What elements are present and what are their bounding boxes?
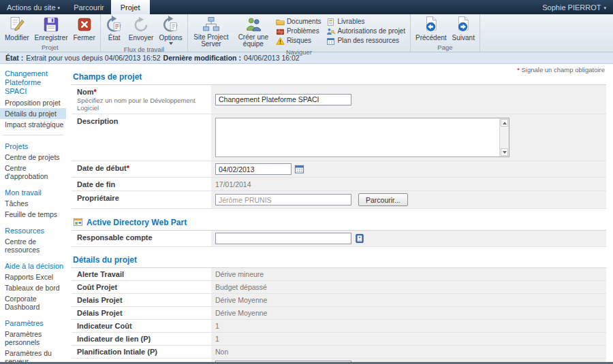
field-label: Date de fin [77, 180, 206, 188]
ribbon-group-flux: État Envoyer Options Flux de travail [101, 14, 188, 52]
tab-projet[interactable]: Projet [111, 0, 150, 14]
send-refresh-icon [132, 16, 150, 33]
ribbon-group-page: Précédent Suivant Page [411, 14, 480, 52]
tab-parcourir[interactable]: Parcourir [67, 0, 111, 14]
chevron-down-icon: ▾ [58, 5, 61, 10]
nom-input[interactable] [215, 94, 351, 105]
required-field-note: * Signale un champ obligatoire [517, 66, 605, 73]
sidebar-nav: Changement Plateforme SPACI Proposition … [0, 64, 66, 364]
topbar-spacer [150, 0, 536, 14]
options-icon [162, 16, 180, 33]
options-button[interactable]: Options [156, 15, 185, 46]
creer-equipe-button[interactable]: Créer une équipe [232, 15, 274, 48]
user-menu[interactable]: Sophie PIERROT▾ [535, 0, 613, 14]
field-row-date-fin: Date de fin 17/01/2014 [72, 178, 606, 191]
calendar-plan-icon [326, 36, 335, 45]
calendar-picker-icon[interactable] [294, 164, 304, 174]
sidebar-item-feuille-de-temps[interactable]: Feuille de temps [0, 209, 66, 220]
webpart-icon [73, 217, 83, 227]
status-modif-value: 04/06/2013 16:02 [244, 54, 300, 62]
parcourir-button[interactable]: Parcourir... [358, 193, 408, 206]
top-bar: Actions du site ▾ Parcourir Projet Sophi… [0, 0, 613, 14]
sidebar-item-taches[interactable]: Tâches [0, 198, 66, 209]
etat-button[interactable]: État [103, 15, 126, 42]
sidebar-item-proposition-projet[interactable]: Proposition projet [0, 97, 66, 108]
livrables-button[interactable]: Livrables [325, 16, 408, 26]
field-row-responsable-compte: Responsable compte [72, 231, 606, 247]
sidebar-item-centre-approbation[interactable]: Centre d'approbation [0, 163, 66, 182]
detail-row-indicateur-lien: Indicateur de lien (P) 1 [72, 333, 606, 346]
plan-ressources-button[interactable]: Plan des ressources [325, 35, 408, 45]
sidebar-section-parametres[interactable]: Paramètres [0, 312, 66, 329]
ribbon: Modifier Enregistrer Fermer Projet État [0, 14, 613, 52]
field-row-nom: Nom* Spécifiez un nom pour le Développem… [72, 85, 606, 114]
close-icon [76, 16, 93, 33]
fermer-button[interactable]: Fermer [70, 15, 97, 42]
field-label: Description [77, 117, 206, 125]
detail-row-alerte-travail: Alerte Travail Dérive mineure [72, 268, 606, 281]
description-textarea[interactable] [215, 118, 509, 157]
sidebar-item-tableaux-de-bord[interactable]: Tableaux de bord [0, 282, 66, 293]
modifier-button[interactable]: Modifier [2, 15, 32, 42]
team-people-icon [245, 16, 262, 33]
ribbon-group-naviguer: Site Project Server Créer une équipe Doc… [188, 14, 411, 52]
sidebar-item-corporate-dashboard[interactable]: Corporate Dashboard [0, 293, 66, 312]
sidebar-section-ressources[interactable]: Ressources [0, 220, 66, 236]
scroll-up-icon[interactable] [501, 119, 508, 127]
date-fin-value: 17/01/2014 [215, 180, 251, 188]
app-window: Actions du site ▾ Parcourir Projet Sophi… [0, 0, 613, 364]
scroll-down-icon[interactable] [501, 148, 508, 156]
brick-issue-icon [276, 27, 285, 35]
sidebar-section-mon-travail[interactable]: Mon travail [0, 182, 66, 198]
date-debut-input[interactable] [215, 163, 292, 175]
status-modif-label: Dernière modification : [163, 54, 241, 62]
sidebar-item-centre-de-projets[interactable]: Centre de projets [0, 152, 66, 163]
address-book-icon[interactable] [354, 233, 364, 244]
save-floppy-icon [42, 16, 60, 33]
field-row-proprietaire: Propriétaire Parcourir... [72, 191, 606, 209]
field-row-date-debut: Date de début* [72, 161, 606, 178]
sidebar-item-centre-de-ressources[interactable]: Centre de ressources [0, 236, 66, 255]
folder-icon [276, 17, 285, 26]
detail-row-planification-initiale: Planification Intiale (P) Non [72, 346, 606, 359]
edit-pencil-icon [8, 16, 26, 33]
previous-page-icon [422, 16, 440, 33]
detail-row-delais-projet-2: Délais Projet Dérive Moyenne [72, 307, 606, 320]
workflow-status-icon [106, 16, 123, 33]
status-etat-label: État : [5, 54, 23, 62]
documents-button[interactable]: Documents [274, 16, 324, 26]
site-actions-menu[interactable]: Actions du site ▾ [0, 0, 67, 14]
org-chart-icon [202, 16, 220, 33]
precedent-button[interactable]: Précédent [413, 15, 450, 42]
ribbon-group-label: Page [413, 44, 477, 52]
proprietaire-input[interactable] [215, 194, 351, 205]
suivant-button[interactable]: Suivant [450, 15, 477, 42]
sidebar-project-title: Changement Plateforme SPACI [0, 69, 66, 97]
autorisations-button[interactable]: Autorisations de projet [325, 26, 408, 35]
ribbon-group-label: Flux de travail [103, 46, 185, 54]
field-label: Responsable compte [77, 233, 206, 242]
chevron-down-icon: ▾ [603, 5, 606, 10]
sidebar-section-projets[interactable]: Projets [0, 135, 66, 152]
detail-row-cout-projet: Coût Projet Budget dépassé [72, 281, 606, 294]
sidebar-section-aide-decision[interactable]: Aide à la décision [0, 255, 66, 271]
field-label: Propriétaire [77, 194, 206, 202]
textarea-scrollbar[interactable] [499, 118, 509, 156]
ribbon-group-label: Projet [2, 44, 98, 52]
permissions-key-icon [326, 27, 335, 35]
field-row-description: Description [72, 114, 606, 161]
main-panel: * Signale un champ obligatoire Champs de… [66, 64, 613, 364]
envoyer-button[interactable]: Envoyer [126, 15, 157, 42]
sidebar-item-details-du-projet[interactable]: Détails du projet [0, 108, 66, 119]
field-label: Date de début* [77, 164, 206, 172]
warning-triangle-icon [276, 36, 285, 45]
problemes-button[interactable]: Problèmes [274, 26, 324, 35]
sidebar-item-rapports-excel[interactable]: Rapports Excel [0, 271, 66, 282]
sidebar-item-impact-strategique[interactable]: Impact stratégique [0, 119, 66, 130]
risques-button[interactable]: Risques [274, 35, 324, 45]
site-project-server-button[interactable]: Site Project Server [190, 15, 232, 48]
responsable-compte-input[interactable] [215, 233, 351, 244]
section-title-details-du-projet: Détails du projet [72, 247, 606, 268]
enregistrer-button[interactable]: Enregistrer [32, 15, 71, 42]
sidebar-item-parametres-personnels[interactable]: Paramètres personnels [0, 329, 66, 348]
